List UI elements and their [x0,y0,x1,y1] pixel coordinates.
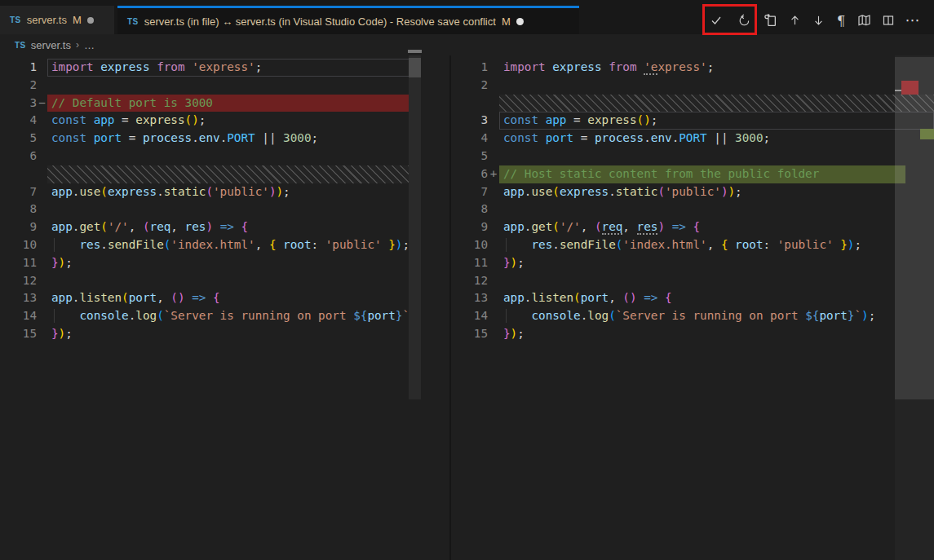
code-token: express [100,60,149,73]
code-token: '/' [560,220,581,233]
more-actions-icon[interactable]: ⋯ [903,11,923,30]
breadcrumb-file[interactable]: server.ts [31,39,71,51]
diff-change-mark [488,236,499,254]
minimap-deleted-block [901,81,919,95]
code-line: 7app.use(express.static('public')); [454,183,934,201]
diff-change-mark [488,77,499,95]
code-token [213,220,220,233]
code-line: 2 [454,77,934,95]
code-text: }); [499,254,934,272]
code-token: app [546,113,567,126]
code-token [185,60,193,73]
line-number: 1 [0,59,37,77]
line-number: 10 [454,236,488,254]
line-number: 9 [0,218,37,236]
code-line: 14 console.log(`Server is running on por… [454,307,934,325]
minimap[interactable] [895,55,934,560]
code-token: app [51,185,73,198]
diff-change-mark [488,325,499,343]
tab-server-ts[interactable]: TS server.ts M [0,6,114,34]
code-token: , [609,291,622,304]
minimap-slider[interactable] [895,57,934,399]
code-token: ; [517,256,525,269]
code-token: 'public' [213,185,269,198]
code-text: // Default port is 3000 [47,95,421,112]
code-token: , [255,238,269,251]
code-token: ( [595,220,602,233]
code-text: }); [47,325,421,343]
typescript-file-icon: TS [127,17,139,26]
code-token: app [94,113,115,126]
code-token: import [503,60,546,73]
code-token: } [503,327,511,340]
code-token: 'public' [325,238,382,251]
code-text [47,148,421,165]
right-pane[interactable]: 1import express from 'express';23const a… [454,55,934,560]
swap-changes-icon[interactable] [760,11,780,30]
revert-icon[interactable] [734,11,754,30]
left-scrollbar-track[interactable] [409,55,421,399]
next-change-icon[interactable] [808,11,828,30]
code-token: port [546,131,573,144]
code-token [665,220,672,233]
diff-change-mark [488,130,499,148]
code-token: express [135,113,184,126]
typescript-file-icon: TS [10,15,21,24]
code-token: ; [735,185,742,198]
code-token: port [129,291,157,304]
accept-icon[interactable] [706,11,726,30]
diff-change-mark [37,130,47,148]
diff-sash-divider[interactable] [449,55,451,560]
line-number: 15 [454,325,488,343]
diff-change-mark [488,148,499,165]
code-token: console [531,309,580,322]
left-pane[interactable]: 1import express from 'express';23−// Def… [0,55,424,560]
code-token [51,238,79,251]
line-number: 2 [0,77,37,95]
code-line: 11}); [0,254,421,272]
previous-change-icon[interactable] [785,11,804,30]
code-token: // Host static content from the public f… [503,167,819,180]
left-scrollbar-slider[interactable] [409,58,421,77]
tab-label: server.ts (in file) ↔ server.ts (in Visu… [144,15,496,28]
line-number: 7 [0,183,37,201]
whitespace-icon[interactable]: ¶ [831,11,851,30]
line-number: 4 [0,112,37,130]
diff-change-mark [37,325,47,343]
code-token: , [129,220,143,233]
code-line: 8 [0,201,421,218]
tab-label: server.ts [27,14,67,26]
code-line: 14 console.log(`Server is running on por… [0,307,421,325]
diff-change-mark [488,201,499,218]
code-token: () [637,113,651,126]
code-text [47,201,421,218]
code-line: 12 [454,272,934,290]
breadcrumb[interactable]: TS server.ts › … [0,34,934,55]
tab-save-conflict-diff[interactable]: TS server.ts (in file) ↔ server.ts (in V… [117,6,579,34]
diff-change-mark [37,165,47,183]
diff-change-mark [37,59,47,77]
diff-change-mark [488,254,499,272]
code-token: express [108,185,157,198]
map-icon[interactable] [854,11,874,30]
code-token: use [531,185,552,198]
unsaved-dot-icon[interactable] [87,17,94,24]
split-view-icon[interactable] [879,11,898,30]
line-number: 12 [0,272,37,290]
code-token [382,238,389,251]
diff-filler-row [0,165,421,183]
code-token: } [51,327,59,340]
code-text: console.log(`Server is running on port $… [499,307,934,325]
code-token: ; [764,131,771,144]
code-token: root [283,238,311,251]
breadcrumb-more[interactable]: … [84,39,95,51]
code-text: app.listen(port, () => { [499,289,934,307]
code-token: const [51,131,86,144]
tab-bar: TS server.ts M TS server.ts (in file) ↔ … [0,0,934,34]
code-line: 3const app = express(); [454,112,934,130]
unsaved-dot-icon[interactable] [516,18,524,25]
code-token: get [531,220,552,233]
code-token: ( [657,185,665,198]
diff-change-mark [37,218,47,236]
line-number: 1 [454,59,488,77]
